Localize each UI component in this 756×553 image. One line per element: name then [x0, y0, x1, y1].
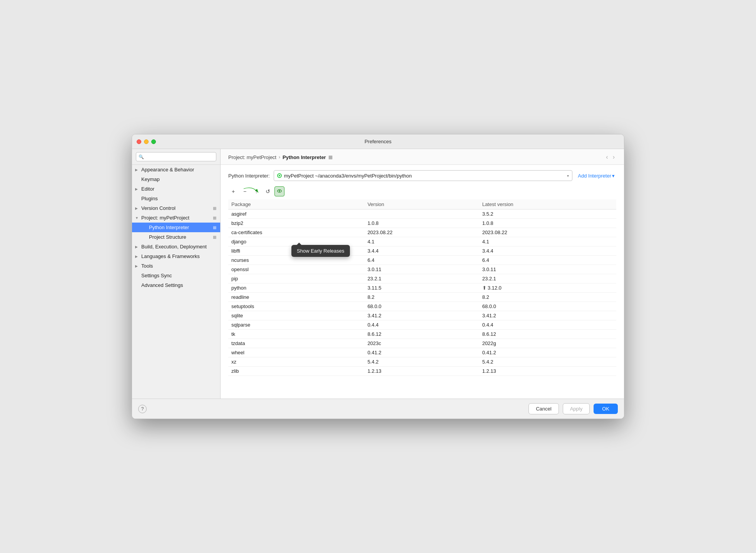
maximize-button[interactable] [151, 139, 156, 144]
cell-version: 0.41.2 [365, 348, 479, 357]
main-content: 🔍 ▶ Appearance & Behavior Keymap ▶ Edito… [132, 149, 624, 399]
table-row[interactable]: tk8.6.128.6.12 [228, 330, 616, 339]
cell-latest: 2023.08.22 [479, 228, 616, 237]
cell-package: readline [228, 293, 365, 302]
cell-version: 3.41.2 [365, 311, 479, 320]
table-row[interactable]: ncurses6.46.4 [228, 256, 616, 265]
sidebar-item-advanced-settings[interactable]: Advanced Settings [132, 280, 220, 290]
search-input[interactable] [136, 152, 216, 161]
cell-latest: 0.4.4 [479, 320, 616, 330]
cell-latest: 6.4 [479, 256, 616, 265]
cell-latest: 5.4.2 [479, 357, 616, 367]
chevron-right-icon: ▶ [135, 168, 140, 172]
interpreter-row: Python Interpreter: myPetProject ~/anaco… [228, 170, 616, 181]
close-button[interactable] [137, 139, 141, 144]
upload-button[interactable]: ↑ [251, 186, 261, 196]
show-early-releases-button[interactable] [274, 186, 284, 196]
back-button[interactable]: ‹ [604, 153, 609, 161]
sidebar-item-build[interactable]: ▶ Build, Execution, Deployment [132, 242, 220, 251]
footer-left: ? [138, 405, 147, 413]
table-row[interactable]: sqlparse0.4.40.4.4 [228, 320, 616, 330]
cancel-button[interactable]: Cancel [529, 403, 559, 414]
minimize-button[interactable] [144, 139, 149, 144]
sidebar-item-plugins[interactable]: Plugins [132, 194, 220, 203]
table-row[interactable]: libffi3.4.43.4.4 [228, 246, 616, 256]
cell-package: openssl [228, 265, 365, 274]
sidebar-item-label: Settings Sync [141, 273, 216, 278]
sidebar-item-tools[interactable]: ▶ Tools [132, 261, 220, 271]
table-row[interactable]: bzip21.0.81.0.8 [228, 219, 616, 228]
cell-package: ca-certificates [228, 228, 365, 237]
sidebar-item-keymap[interactable]: Keymap [132, 174, 220, 184]
cell-version: 0.4.4 [365, 320, 479, 330]
cell-package: sqlite [228, 311, 365, 320]
cell-version: 6.4 [365, 256, 479, 265]
cell-latest: 1.0.8 [479, 219, 616, 228]
cell-package: python [228, 283, 365, 293]
cell-latest: 8.6.12 [479, 330, 616, 339]
traffic-lights [137, 139, 156, 144]
add-interpreter-chevron-icon: ▾ [612, 173, 615, 179]
cell-package: sqlparse [228, 320, 365, 330]
forward-button[interactable]: › [611, 153, 616, 161]
table-row[interactable]: setuptools68.0.068.0.0 [228, 302, 616, 311]
table-row[interactable]: python3.11.5⬆3.12.0 [228, 283, 616, 293]
col-package: Package [228, 199, 365, 209]
cell-version: 2023c [365, 339, 479, 348]
add-interpreter-button[interactable]: Add Interpreter ▾ [576, 173, 616, 179]
cell-version: 5.4.2 [365, 357, 479, 367]
apply-button[interactable]: Apply [563, 403, 590, 414]
grid-icon: ▦ [213, 235, 216, 239]
table-row[interactable]: ca-certificates2023.08.222023.08.22 [228, 228, 616, 237]
sidebar-item-project-structure[interactable]: Project Structure ▦ [132, 232, 220, 242]
table-row[interactable]: xz5.4.25.4.2 [228, 357, 616, 367]
sidebar-item-languages[interactable]: ▶ Languages & Frameworks [132, 251, 220, 261]
sidebar-item-editor[interactable]: ▶ Editor [132, 184, 220, 194]
sidebar-item-label: Project: myPetProject [141, 215, 211, 221]
table-row[interactable]: readline8.28.2 [228, 293, 616, 302]
help-button[interactable]: ? [138, 405, 147, 413]
interpreter-select[interactable]: myPetProject ~/anaconda3/envs/myPetProje… [274, 170, 573, 181]
sidebar-item-project[interactable]: ▼ Project: myPetProject ▦ [132, 213, 220, 223]
cell-version: 3.0.11 [365, 265, 479, 274]
grid-icon: ▦ [213, 216, 216, 220]
table-row[interactable]: openssl3.0.113.0.11 [228, 265, 616, 274]
breadcrumb-project: Project: myPetProject [228, 154, 276, 160]
interpreter-value: myPetProject ~/anaconda3/envs/myPetProje… [284, 173, 565, 179]
table-row[interactable]: pip23.2.123.2.1 [228, 274, 616, 283]
sidebar-item-version-control[interactable]: ▶ Version Control ▦ [132, 203, 220, 213]
table-row[interactable]: wheel0.41.20.41.2 [228, 348, 616, 357]
table-row[interactable]: zlib1.2.131.2.13 [228, 367, 616, 376]
add-package-button[interactable]: + [228, 186, 238, 196]
refresh-button[interactable]: ↺ [263, 186, 273, 196]
table-row[interactable]: sqlite3.41.23.41.2 [228, 311, 616, 320]
cell-latest: 3.0.11 [479, 265, 616, 274]
cell-package: xz [228, 357, 365, 367]
ok-label: OK [602, 406, 609, 412]
chevron-right-icon: ▶ [135, 264, 140, 268]
table-row[interactable]: tzdata2023c2022g [228, 339, 616, 348]
apply-label: Apply [570, 406, 583, 412]
cell-latest: 8.2 [479, 293, 616, 302]
cell-version: 23.2.1 [365, 274, 479, 283]
sidebar-item-python-interpreter[interactable]: Python Interpreter ▦ [132, 223, 220, 232]
sidebar-item-label: Tools [141, 263, 216, 269]
cell-version: 68.0.0 [365, 302, 479, 311]
table-row[interactable]: asgiref3.5.2 [228, 209, 616, 219]
sidebar-item-label: Build, Execution, Deployment [141, 244, 216, 250]
remove-package-button[interactable]: − [240, 186, 250, 196]
breadcrumb: Project: myPetProject › Python Interpret… [221, 149, 624, 165]
upgrade-icon: ⬆ [482, 285, 487, 291]
toolbar: + − ↑ ↺ [228, 186, 616, 196]
minus-icon: − [243, 188, 246, 194]
sidebar-item-settings-sync[interactable]: Settings Sync [132, 271, 220, 280]
sidebar-item-appearance[interactable]: ▶ Appearance & Behavior [132, 165, 220, 174]
cell-latest: 0.41.2 [479, 348, 616, 357]
cell-package: tzdata [228, 339, 365, 348]
col-version: Version [365, 199, 479, 209]
cell-version: 3.4.4 [365, 246, 479, 256]
ok-button[interactable]: OK [594, 404, 618, 414]
table-row[interactable]: django4.14.1 [228, 237, 616, 246]
cell-latest: 68.0.0 [479, 302, 616, 311]
chevron-down-icon: ▼ [135, 216, 140, 220]
